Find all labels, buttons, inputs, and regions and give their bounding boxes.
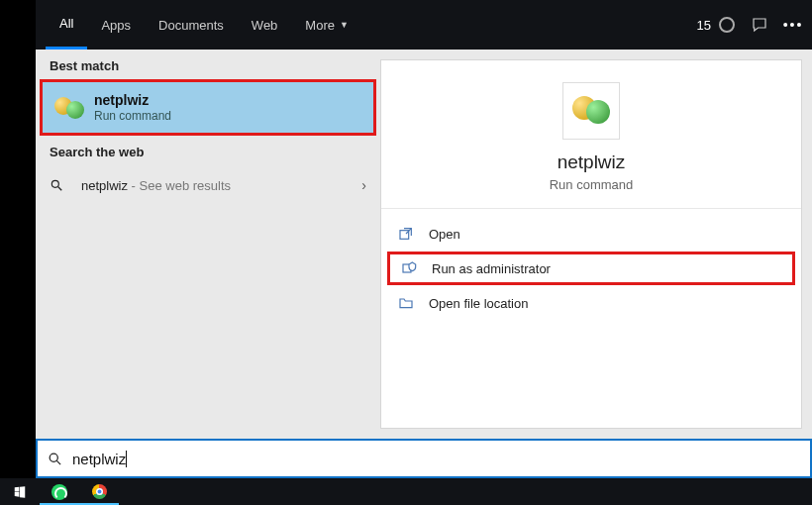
- feedback-icon[interactable]: [751, 16, 768, 34]
- search-icon: [50, 178, 71, 192]
- taskbar-whatsapp[interactable]: [40, 478, 79, 505]
- web-result-label: netplwiz - See web results: [81, 178, 361, 193]
- folder-icon: [397, 294, 415, 312]
- action-label: Open file location: [429, 296, 528, 311]
- windows-icon: [13, 485, 27, 499]
- action-label: Run as administrator: [432, 261, 551, 276]
- tab-more[interactable]: More▼: [291, 0, 362, 50]
- tab-all[interactable]: All: [46, 0, 87, 50]
- preview-app-icon: [562, 82, 620, 140]
- preview-title: netplwiz: [381, 152, 801, 173]
- svg-line-1: [58, 187, 62, 191]
- best-match-result[interactable]: netplwiz Run command: [40, 79, 376, 136]
- action-open-file-location[interactable]: Open file location: [381, 286, 801, 320]
- svg-point-0: [51, 180, 58, 187]
- search-filter-bar: All Apps Documents Web More▼ 15 •••: [36, 0, 812, 50]
- rewards-button[interactable]: 15: [697, 17, 735, 33]
- action-open[interactable]: Open: [381, 217, 801, 251]
- rewards-icon: [719, 17, 735, 33]
- netplwiz-icon: [54, 93, 84, 123]
- more-icon[interactable]: •••: [784, 16, 802, 34]
- tab-apps[interactable]: Apps: [87, 0, 145, 50]
- tab-documents[interactable]: Documents: [145, 0, 238, 50]
- chevron-right-icon: ›: [361, 177, 366, 193]
- svg-point-4: [50, 454, 57, 461]
- text-caret: [126, 451, 127, 467]
- search-icon: [48, 452, 62, 466]
- taskbar: [0, 478, 812, 505]
- web-result[interactable]: netplwiz - See web results ›: [36, 165, 380, 205]
- action-run-as-admin[interactable]: Run as administrator: [387, 252, 795, 285]
- best-match-heading: Best match: [36, 50, 380, 79]
- tab-web[interactable]: Web: [238, 0, 292, 50]
- whatsapp-icon: [51, 484, 67, 500]
- action-label: Open: [429, 227, 460, 242]
- best-match-title: netplwiz: [94, 92, 171, 108]
- svg-line-5: [56, 460, 60, 464]
- open-icon: [397, 225, 415, 243]
- results-panel: Best match netplwiz Run command Search t…: [36, 50, 380, 439]
- preview-subtitle: Run command: [381, 177, 801, 192]
- best-match-subtitle: Run command: [94, 109, 171, 123]
- start-button[interactable]: [0, 478, 40, 505]
- preview-panel: netplwiz Run command Open Run as: [380, 59, 802, 429]
- search-input[interactable]: netplwiz: [72, 451, 800, 467]
- search-web-heading: Search the web: [36, 136, 380, 165]
- chevron-down-icon: ▼: [340, 20, 349, 30]
- shield-run-icon: [400, 259, 418, 277]
- taskbar-chrome[interactable]: [79, 478, 119, 505]
- chrome-icon: [92, 484, 107, 499]
- search-input-container[interactable]: netplwiz: [36, 439, 812, 478]
